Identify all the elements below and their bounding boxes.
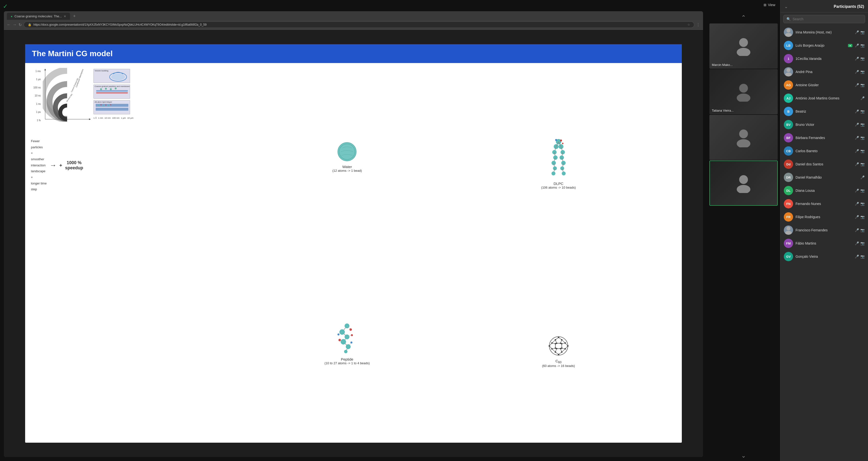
- svg-point-106: [561, 347, 562, 349]
- diagram-box-membrane: Coarse-grained peptides and membrane: [93, 85, 130, 99]
- svg-point-101: [551, 348, 553, 350]
- svg-point-111: [739, 129, 748, 138]
- bookmark-icon[interactable]: ☆: [687, 23, 690, 26]
- participant-name: Bruno Victor: [796, 123, 852, 126]
- back-button[interactable]: ←: [7, 23, 11, 27]
- svg-point-116: [785, 33, 792, 37]
- participant-item[interactable]: AG Antoine Gissler 🎤 📷: [781, 79, 867, 92]
- participant-name: Daniel Ramalhão: [796, 175, 858, 179]
- scroll-down-button[interactable]: ⌄: [709, 450, 778, 461]
- participant-name: Beatriz: [796, 110, 852, 113]
- scale-diagram: 1 ms 1 µs 100 ns 10 ns 1 ns 1 ps 1 fs: [31, 68, 253, 132]
- participant-item[interactable]: Irina Moreira (Host, me) 🎤 📷: [781, 26, 867, 39]
- svg-point-19: [100, 104, 101, 105]
- tab-close-icon[interactable]: ✕: [64, 15, 66, 18]
- video-off-icon: 📷: [861, 136, 865, 140]
- svg-point-107: [739, 38, 748, 47]
- svg-point-76: [549, 337, 568, 355]
- panel-chevron-up[interactable]: ⌄: [784, 4, 788, 9]
- participant-item[interactable]: FN Fernando Nunes 🎤 📷: [781, 197, 867, 210]
- participant-item[interactable]: 1 1Cecília.Varanda 🎤 📷: [781, 52, 867, 65]
- svg-point-117: [786, 68, 790, 72]
- y-axis-labels: 1 ms 1 µs 100 ns 10 ns 1 ns 1 ps 1 fs: [31, 68, 41, 122]
- water-label: Water (12 atoms -> 1 bead): [332, 165, 362, 172]
- svg-point-9: [111, 74, 125, 80]
- scroll-up-button[interactable]: ⌃: [709, 12, 778, 23]
- view-button[interactable]: View: [768, 3, 775, 7]
- participant-controls: 🎤 📷: [855, 136, 865, 140]
- svg-point-23: [110, 104, 111, 105]
- water-molecule-svg: [336, 141, 358, 163]
- participant-item[interactable]: André Pina 🎤 📷: [781, 65, 867, 79]
- svg-point-18: [98, 105, 99, 106]
- video-off-icon: 📷: [861, 189, 865, 193]
- avatar: [784, 28, 793, 37]
- svg-marker-2: [89, 118, 91, 120]
- forward-button[interactable]: →: [13, 23, 17, 27]
- participant-item[interactable]: DL Diana Lousa 🎤 📷: [781, 184, 867, 197]
- video-off-icon: 📷: [861, 83, 865, 87]
- participant-item[interactable]: DR Daniel Ramalhão 🎤: [781, 171, 867, 184]
- video-off-icon: 📷: [861, 202, 865, 206]
- diagram-boxes: Vesicle budding: [93, 68, 133, 119]
- participant-item[interactable]: Dd Daniel dos Santos 🎤 📷: [781, 157, 867, 171]
- participant-item[interactable]: LB Luís Borges Araújo ● 🎤 📷: [781, 39, 867, 52]
- mute-icon: 🎤: [855, 136, 859, 140]
- svg-point-74: [555, 139, 557, 141]
- participant-item[interactable]: FR Filipe Rodrigues 🎤 📷: [781, 210, 867, 224]
- participant-item[interactable]: BV Bruno Victor 🎤 📷: [781, 118, 867, 131]
- participant-controls: 🎤: [861, 175, 865, 179]
- participant-item[interactable]: CB Carlos Barreto 🎤 📷: [781, 144, 867, 157]
- search-input[interactable]: [793, 17, 862, 21]
- participant-item[interactable]: AJ António José Martins Gomes 🎤: [781, 92, 867, 105]
- avatar: FN: [784, 199, 793, 208]
- svg-point-92: [558, 354, 559, 355]
- new-tab-button[interactable]: +: [71, 13, 78, 20]
- participant-controls: 🎤 📷: [855, 110, 865, 113]
- browser-content: The Martini CG model: [4, 30, 703, 457]
- browser-window: ● Coarse graining molecules: The... ✕ + …: [4, 11, 703, 457]
- svg-marker-78: [555, 349, 562, 354]
- svg-point-102: [564, 348, 566, 350]
- slide-container: The Martini CG model: [25, 44, 682, 443]
- c60-molecule-svg: [548, 335, 569, 357]
- peptide-label: Peptide (10 to 27 atoms -> 1 to 4 beads): [324, 357, 370, 365]
- svg-point-115: [786, 29, 790, 32]
- svg-rect-17: [96, 108, 128, 111]
- view-button-area: ⊞ View: [764, 3, 775, 7]
- participant-item[interactable]: FM Fábio Martins 🎤 📷: [781, 237, 867, 250]
- mute-icon: 🎤: [861, 96, 865, 100]
- c60-molecule-item: C60 (60 atoms -> 16 beads): [542, 335, 575, 368]
- participant-item[interactable]: BF Bárbara Fernandes 🎤 📷: [781, 131, 867, 144]
- participant-name: Diana Lousa: [796, 189, 852, 193]
- avatar: FR: [784, 212, 793, 222]
- panel-title: Participants (52): [834, 4, 864, 9]
- video-off-icon: 📷: [861, 57, 865, 61]
- mute-icon: 🎤: [855, 215, 859, 219]
- participant-controls: 🎤 📷: [855, 241, 865, 245]
- shield-icon: ✓: [3, 3, 8, 10]
- participant-name: Bárbara Fernandes: [796, 136, 852, 140]
- participant-item[interactable]: Francisco Fernandes 🎤 📷: [781, 224, 867, 237]
- refresh-button[interactable]: ↻: [19, 23, 22, 27]
- toolbar-menu-icon[interactable]: ⋮: [696, 23, 700, 27]
- mute-icon: 🎤: [855, 189, 859, 193]
- participants-panel: ⌄ Participants (52) ⊞ View 🔍: [780, 0, 868, 461]
- browser-tab[interactable]: ● Coarse graining molecules: The... ✕: [7, 13, 70, 20]
- avatar: BF: [784, 133, 793, 142]
- svg-point-118: [785, 73, 792, 77]
- search-box[interactable]: 🔍: [783, 15, 865, 23]
- participant-name: Fábio Martins: [796, 241, 852, 245]
- svg-point-100: [564, 342, 566, 344]
- participant-item[interactable]: GV Gonçalo Vieira 🎤 📷: [781, 250, 867, 263]
- address-bar[interactable]: 🔒 https://docs.google.com/presentation/d…: [24, 22, 694, 28]
- svg-point-108: [737, 48, 750, 56]
- speedup-text-block: Fewerparticles+smootherinteractionlandsc…: [31, 138, 46, 193]
- video-tile-marcin: Marcin Mako...: [709, 24, 778, 69]
- participant-item[interactable]: B Beatriz 🎤 📷: [781, 105, 867, 118]
- video-tile-tatiana: Tatiana Vieira...: [709, 69, 778, 114]
- svg-point-73: [560, 140, 562, 141]
- participant-controls: 🎤 📷: [855, 162, 865, 166]
- svg-point-110: [737, 93, 750, 102]
- participant-controls: 🎤 📷: [855, 228, 865, 232]
